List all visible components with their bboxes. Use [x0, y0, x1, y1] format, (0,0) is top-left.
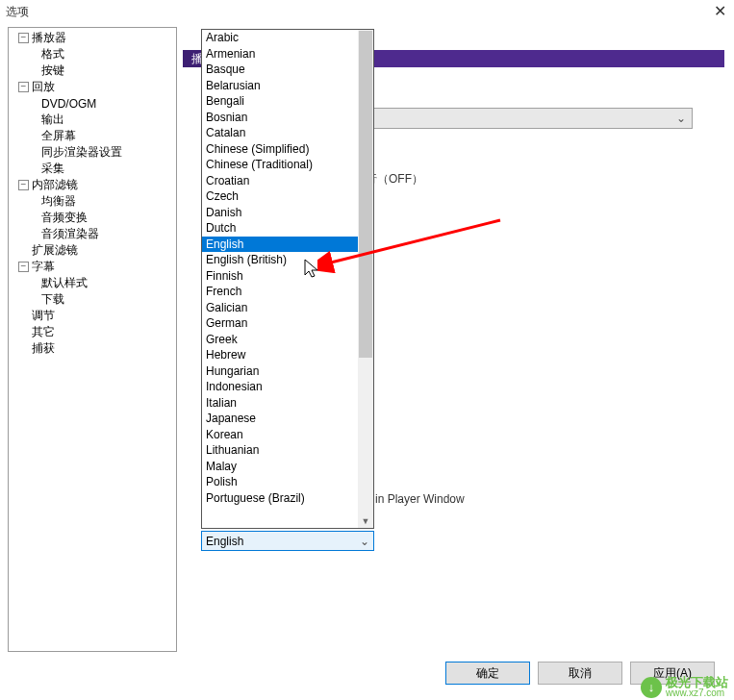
tree-label: 内部滤镜: [32, 177, 78, 193]
collapse-icon[interactable]: −: [18, 180, 29, 190]
tree-node-misc[interactable]: 其它: [9, 324, 176, 340]
language-option[interactable]: Lithuanian: [202, 442, 373, 459]
tree-label: 字幕: [32, 259, 55, 275]
tree-node-tweaks[interactable]: 调节: [9, 308, 176, 324]
tree-label: 回放: [32, 79, 55, 95]
main-area: −播放器 格式 按键 −回放 DVD/OGM 输出 全屏幕 同步渲染器设置 采集…: [0, 23, 734, 700]
tree-item[interactable]: 格式: [41, 46, 176, 62]
language-option[interactable]: Polish: [202, 474, 373, 490]
tree-node-capture[interactable]: 捕获: [9, 340, 176, 357]
language-combobox-value: English: [206, 535, 243, 548]
collapse-icon[interactable]: −: [18, 262, 29, 272]
language-option[interactable]: Finnish: [202, 268, 373, 285]
chevron-down-icon: ⌄: [360, 535, 369, 548]
chevron-down-icon: ⌄: [676, 112, 686, 125]
tree-item[interactable]: 全屏幕: [41, 128, 176, 144]
collapse-icon[interactable]: −: [18, 33, 29, 43]
tree-root: −播放器 格式 按键 −回放 DVD/OGM 输出 全屏幕 同步渲染器设置 采集…: [9, 28, 176, 359]
language-option[interactable]: Hebrew: [202, 347, 373, 363]
tree-item[interactable]: 默认样式: [41, 275, 176, 291]
language-option[interactable]: French: [202, 284, 373, 300]
scrollbar-thumb[interactable]: [359, 31, 372, 358]
language-option[interactable]: Malay: [202, 459, 373, 475]
watermark-url: www.xz7.com: [666, 688, 728, 698]
language-dropdown-list[interactable]: ArabicArmenianBasqueBelarusianBengaliBos…: [201, 29, 374, 529]
language-option[interactable]: Dutch: [202, 220, 373, 237]
language-option[interactable]: Italian: [202, 395, 373, 412]
cancel-button[interactable]: 取消: [538, 662, 622, 685]
tree-label: 调节: [32, 308, 55, 324]
language-option[interactable]: Japanese: [202, 411, 373, 427]
tree-item[interactable]: 下载: [41, 291, 176, 308]
tree-item[interactable]: 按键: [41, 62, 176, 79]
tree-item[interactable]: 同步渲染器设置: [41, 144, 176, 161]
collapse-icon[interactable]: −: [18, 82, 29, 92]
watermark: ↓ 极光下载站 www.xz7.com: [641, 676, 728, 698]
tree-item[interactable]: 音频变换: [41, 210, 176, 226]
tree-label: 其它: [32, 324, 55, 340]
language-option[interactable]: English: [202, 237, 373, 253]
tree-label: 扩展滤镜: [32, 242, 78, 259]
window-title: 选项: [6, 4, 29, 20]
language-option[interactable]: Basque: [202, 62, 373, 78]
language-option[interactable]: Belarusian: [202, 78, 373, 94]
tree-item[interactable]: DVD/OGM: [41, 95, 176, 112]
language-option[interactable]: Arabic: [202, 30, 373, 46]
tree-node-player[interactable]: −播放器 格式 按键: [9, 30, 176, 79]
tree-node-playback[interactable]: −回放 DVD/OGM 输出 全屏幕 同步渲染器设置 采集: [9, 79, 176, 177]
ok-button[interactable]: 确定: [445, 662, 530, 685]
tree-item[interactable]: 输出: [41, 112, 176, 128]
scrollbar[interactable]: ▼: [358, 30, 373, 528]
tree-node-filters[interactable]: −内部滤镜 均衡器 音频变换 音须渲染器: [9, 177, 176, 242]
language-option[interactable]: Greek: [202, 332, 373, 348]
language-option[interactable]: Bosnian: [202, 110, 373, 126]
tree-node-extfilters[interactable]: 扩展滤镜: [9, 242, 176, 259]
language-option[interactable]: Korean: [202, 427, 373, 443]
tree-node-subtitle[interactable]: −字幕 默认样式 下载: [9, 259, 176, 308]
language-option[interactable]: Catalan: [202, 125, 373, 141]
close-icon[interactable]: ✕: [714, 2, 726, 20]
language-option[interactable]: Hungarian: [202, 363, 373, 380]
tree-item[interactable]: 音须渲染器: [41, 226, 176, 242]
titlebar: 选项 ✕: [0, 0, 734, 23]
language-option[interactable]: Galician: [202, 300, 373, 316]
language-option[interactable]: German: [202, 315, 373, 332]
language-option[interactable]: Chinese (Simplified): [202, 141, 373, 158]
tree-label: 播放器: [32, 30, 66, 46]
tree-item[interactable]: 采集: [41, 161, 176, 177]
language-option[interactable]: English (British): [202, 252, 373, 268]
language-option[interactable]: Danish: [202, 205, 373, 221]
scroll-down-icon[interactable]: ▼: [358, 513, 373, 528]
setting-text-window: n in Player Window: [366, 492, 465, 506]
tree-item[interactable]: 均衡器: [41, 193, 176, 210]
tree-label: 捕获: [32, 340, 55, 357]
setting-combobox[interactable]: ⌄: [366, 108, 693, 129]
language-option[interactable]: Chinese (Traditional): [202, 157, 373, 173]
language-option[interactable]: Bengali: [202, 93, 373, 110]
setting-text-off: 行（OFF）: [366, 171, 423, 188]
watermark-logo-icon: ↓: [641, 677, 662, 698]
language-option[interactable]: Indonesian: [202, 379, 373, 395]
options-tree: −播放器 格式 按键 −回放 DVD/OGM 输出 全屏幕 同步渲染器设置 采集…: [8, 27, 177, 652]
language-combobox[interactable]: English ⌄: [201, 531, 374, 551]
language-option[interactable]: Armenian: [202, 46, 373, 62]
language-option[interactable]: Czech: [202, 188, 373, 205]
language-option[interactable]: Portuguese (Brazil): [202, 490, 373, 507]
language-option[interactable]: Croatian: [202, 173, 373, 189]
language-list-inner: ArabicArmenianBasqueBelarusianBengaliBos…: [202, 30, 373, 528]
